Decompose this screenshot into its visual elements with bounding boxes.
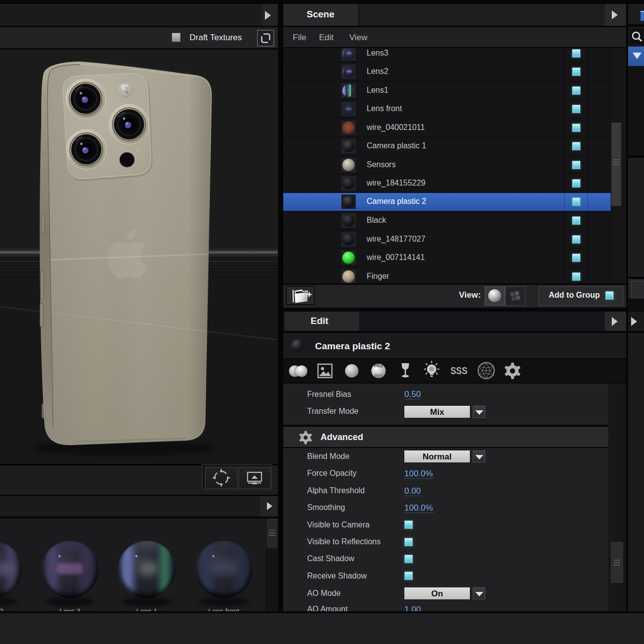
svg-text:Lens 1: Lens 1 — [136, 607, 157, 611]
svg-text:Lens front: Lens front — [208, 607, 239, 611]
svg-text:Lens 3: Lens 3 — [60, 607, 80, 611]
svg-text:SSS: SSS — [451, 365, 467, 376]
svg-text:Lens 2: Lens 2 — [0, 607, 3, 611]
